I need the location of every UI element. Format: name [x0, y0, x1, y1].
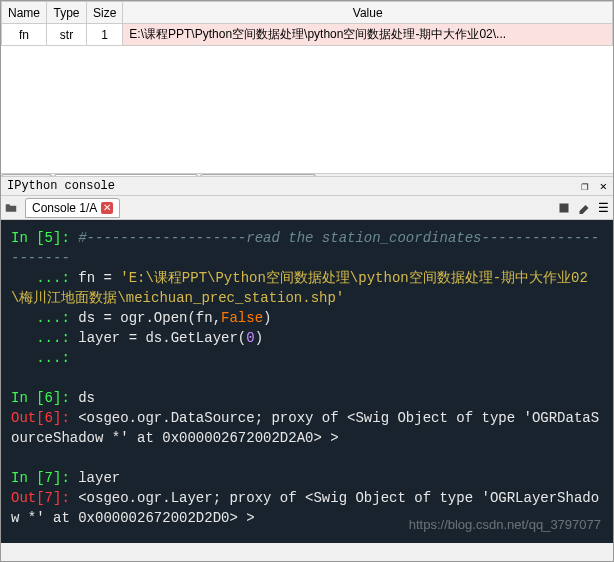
continuation-prompt: ...: — [36, 270, 70, 286]
options-icon[interactable]: ☰ — [598, 201, 609, 215]
console-header: IPython console ❐ ✕ — [1, 176, 613, 196]
empty-area — [1, 46, 613, 173]
col-header-value[interactable]: Value — [123, 2, 613, 24]
output-text: <osgeo.ogr.DataSource; proxy of <Swig Ob… — [11, 410, 599, 446]
close-pane-icon[interactable]: ✕ — [600, 180, 607, 194]
col-header-name[interactable]: Name — [2, 2, 47, 24]
prompt-in-6: In [6]: — [11, 390, 70, 406]
clear-icon[interactable] — [578, 201, 590, 215]
stop-icon[interactable] — [558, 201, 570, 215]
cell-type: str — [47, 24, 87, 46]
console-tab[interactable]: Console 1/A ✕ — [25, 198, 120, 218]
code-text: ) — [255, 330, 263, 346]
tab-variable-explorer[interactable]: Variable explorer — [54, 174, 198, 176]
undock-icon[interactable]: ❐ — [581, 180, 588, 194]
prompt-in-5: In [5]: — [11, 230, 70, 246]
svg-rect-0 — [560, 204, 569, 213]
number-literal: 0 — [246, 330, 254, 346]
continuation-prompt: ...: — [36, 310, 70, 326]
cell-size: 1 — [87, 24, 123, 46]
close-tab-icon[interactable]: ✕ — [101, 202, 113, 214]
code-text: ds = ogr.Open(fn, — [70, 310, 221, 326]
comment-text: #-------------------read the station_coo… — [11, 230, 599, 266]
cell-value: E:\课程PPT\Python空间数据处理\python空间数据处理-期中大作业… — [123, 24, 613, 46]
cell-name: fn — [2, 24, 47, 46]
variable-table: Name Type Size Value fn str 1 E:\课程PPT\P… — [1, 1, 613, 46]
code-text: ds — [70, 390, 95, 406]
code-text: layer — [70, 470, 120, 486]
console-title: IPython console — [7, 179, 115, 193]
keyword-false: False — [221, 310, 263, 326]
col-header-type[interactable]: Type — [47, 2, 87, 24]
code-text: fn = — [70, 270, 120, 286]
tab-file-explorer[interactable]: File explorer — [200, 174, 316, 176]
col-header-size[interactable]: Size — [87, 2, 123, 24]
continuation-prompt: ...: — [36, 330, 70, 346]
folder-icon[interactable] — [5, 201, 17, 215]
watermark: https://blog.csdn.net/qq_3797077 — [409, 515, 601, 535]
variable-explorer-pane: Name Type Size Value fn str 1 E:\课程PPT\P… — [1, 1, 613, 176]
continuation-prompt: ...: — [36, 350, 70, 366]
prompt-out-7: Out[7]: — [11, 490, 70, 506]
tab-help[interactable]: Help — [1, 174, 52, 176]
code-text: ) — [263, 310, 271, 326]
console-output[interactable]: In [5]: #-------------------read the sta… — [1, 220, 613, 543]
prompt-out-6: Out[6]: — [11, 410, 70, 426]
console-tab-label: Console 1/A — [32, 201, 97, 215]
code-text: layer = ds.GetLayer( — [70, 330, 246, 346]
prompt-in-7: In [7]: — [11, 470, 70, 486]
console-tabs-bar: Console 1/A ✕ ☰ — [1, 196, 613, 220]
table-row[interactable]: fn str 1 E:\课程PPT\Python空间数据处理\python空间数… — [2, 24, 613, 46]
